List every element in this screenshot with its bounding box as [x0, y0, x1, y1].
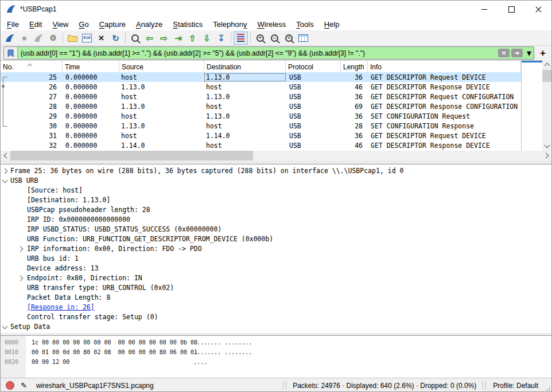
detail-line-10[interactable]: Device address: 13: [1, 264, 551, 273]
close-button[interactable]: [525, 1, 551, 18]
column-header-time[interactable]: Time: [63, 61, 119, 72]
restart-capture-button[interactable]: [32, 32, 46, 45]
zoom-out-button[interactable]: −: [267, 32, 282, 45]
expanded-icon[interactable]: [2, 324, 8, 330]
packet-row-27[interactable]: 270.000000host1.13.0USB36GET DESCRIPTOR …: [1, 92, 521, 101]
menu-edit[interactable]: Edit: [24, 19, 47, 30]
expert-info-icon[interactable]: [6, 381, 14, 390]
detail-line-14[interactable]: [Response in: 26]: [1, 303, 551, 312]
hex-ascii[interactable]: ....: [193, 357, 207, 367]
filter-bookmark-button[interactable]: [4, 47, 18, 59]
packet-row-28[interactable]: 280.0000001.13.0hostUSB69GET DESCRIPTOR …: [1, 101, 521, 111]
column-header-info[interactable]: Info: [368, 61, 521, 72]
menu-tools[interactable]: Tools: [291, 19, 318, 30]
column-header-source[interactable]: Source: [119, 61, 204, 72]
scroll-down-icon[interactable]: [542, 142, 552, 151]
go-back-button[interactable]: ⇦: [142, 32, 157, 45]
collapsed-icon[interactable]: [2, 168, 8, 174]
hex-bytes[interactable]: 1c 00 00 00 00 00 00 00 00 00 00 00 00 0…: [32, 338, 197, 347]
start-capture-button[interactable]: [3, 32, 17, 45]
add-filter-button[interactable]: +: [537, 47, 549, 59]
hex-bytes[interactable]: 00 00 12 00: [32, 357, 69, 367]
menu-view[interactable]: View: [47, 19, 73, 30]
response-in-link[interactable]: [Response in: 26]: [27, 303, 95, 312]
scroll-left-icon[interactable]: [1, 151, 10, 160]
close-file-button[interactable]: ✕: [94, 32, 108, 45]
packet-list-vertical-scrollbar[interactable]: [542, 60, 552, 151]
column-header-length[interactable]: Length: [341, 61, 368, 72]
detail-line-4[interactable]: USBPcap pseudoheader length: 28: [1, 205, 551, 215]
open-file-button[interactable]: [65, 32, 80, 45]
scroll-up-icon[interactable]: [542, 60, 552, 69]
packet-list-horizontal-scrollbar[interactable]: [1, 151, 551, 160]
minimize-button[interactable]: [471, 1, 497, 18]
menu-file[interactable]: File: [2, 19, 24, 30]
auto-scroll-button[interactable]: ↧: [214, 32, 228, 45]
capture-options-button[interactable]: ⚙: [46, 32, 60, 45]
packet-bytes-pane[interactable]: 00001c 00 00 00 00 00 00 00 00 00 00 00 …: [1, 335, 551, 378]
detail-line-16[interactable]: Setup Data: [1, 322, 551, 332]
detail-line-8[interactable]: IRP information: 0x00, Direction: FDO ->…: [1, 244, 551, 254]
hex-row-0010[interactable]: 001000 01 00 0d 00 80 02 08 00 00 00 00 …: [1, 347, 551, 357]
clear-filter-button[interactable]: ✕: [498, 49, 510, 57]
expanded-icon[interactable]: [2, 178, 8, 183]
column-header-destination[interactable]: Destination: [204, 61, 286, 72]
apply-filter-button[interactable]: ➜: [511, 49, 523, 57]
display-filter-input[interactable]: [18, 49, 498, 57]
go-to-first-button[interactable]: ⇧: [185, 32, 200, 45]
detail-line-2[interactable]: [Source: host]: [1, 186, 551, 195]
hex-row-0020[interactable]: 002000 00 12 00....: [1, 357, 551, 367]
detail-line-9[interactable]: URB bus id: 1: [1, 254, 551, 264]
resize-columns-button[interactable]: [296, 32, 310, 45]
maximize-button[interactable]: [498, 1, 524, 18]
zoom-in-button[interactable]: +: [253, 32, 267, 45]
packet-row-25[interactable]: 250.000000host1.13.0USB36GET DESCRIPTOR …: [1, 72, 521, 82]
menu-wireless[interactable]: Wireless: [252, 19, 291, 30]
profile-selector[interactable]: Profile: Default: [493, 382, 538, 390]
go-forward-button[interactable]: ⇨: [157, 32, 171, 45]
detail-line-12[interactable]: URB transfer type: URB_CONTROL (0x02): [1, 283, 551, 293]
detail-line-0[interactable]: Frame 25: 36 bytes on wire (288 bits), 3…: [1, 166, 551, 176]
packet-row-29[interactable]: 290.000000host1.13.0USB36SET CONFIGURATI…: [1, 111, 521, 121]
detail-line-11[interactable]: Endpoint: 0x80, Direction: IN: [1, 273, 551, 283]
vertical-scrollbar-thumb[interactable]: [542, 70, 552, 82]
menu-capture[interactable]: Capture: [94, 19, 131, 30]
hex-ascii[interactable]: ........ ........: [193, 338, 252, 347]
packet-row-32[interactable]: 320.0000001.14.0hostUSB46GET DESCRIPTOR …: [1, 140, 521, 150]
filter-dropdown-button[interactable]: ▾: [524, 48, 534, 58]
resize-grip[interactable]: [544, 387, 550, 392]
menu-telephony[interactable]: Telephony: [208, 19, 252, 30]
stop-capture-button[interactable]: ■: [17, 32, 32, 45]
packet-row-26[interactable]: 260.0000001.13.0hostUSB46GET DESCRIPTOR …: [1, 82, 521, 92]
packet-row-31[interactable]: 310.000000host1.14.0USB36GET DESCRIPTOR …: [1, 131, 521, 140]
detail-line-15[interactable]: Control transfer stage: Setup (0): [1, 312, 551, 322]
menu-go[interactable]: Go: [73, 19, 94, 30]
hex-row-0000[interactable]: 00001c 00 00 00 00 00 00 00 00 00 00 00 …: [1, 338, 551, 347]
hex-bytes[interactable]: 00 01 00 0d 00 80 02 08 00 00 00 00 80 0…: [32, 347, 197, 357]
collapsed-icon[interactable]: [18, 246, 24, 252]
detail-line-5[interactable]: IRP ID: 0x0000000000000000: [1, 215, 551, 225]
packet-list-minimap[interactable]: [521, 60, 542, 151]
menu-help[interactable]: Help: [319, 19, 345, 30]
colorize-packets-button[interactable]: [234, 32, 248, 45]
detail-line-3[interactable]: [Destination: 1.13.0]: [1, 195, 551, 205]
detail-line-6[interactable]: IRP USBD_STATUS: USBD_STATUS_SUCCESS (0x…: [1, 225, 551, 234]
capture-comment-icon[interactable]: ✎: [21, 381, 27, 390]
save-file-button[interactable]: 010: [80, 32, 94, 45]
find-packet-button[interactable]: [128, 32, 142, 45]
go-to-packet-button[interactable]: ⇥: [171, 32, 185, 45]
menu-statistics[interactable]: Statistics: [168, 19, 208, 30]
menu-analyze[interactable]: Analyze: [131, 19, 168, 30]
column-header-protocol[interactable]: Protocol: [286, 61, 341, 72]
horizontal-scrollbar-thumb[interactable]: [10, 151, 253, 160]
scroll-right-icon[interactable]: [542, 151, 551, 160]
detail-line-1[interactable]: USB URB: [1, 176, 551, 186]
collapsed-icon[interactable]: [18, 276, 24, 281]
go-to-last-button[interactable]: ⇩: [200, 32, 214, 45]
detail-line-7[interactable]: URB Function: URB_FUNCTION_GET_DESCRIPTO…: [1, 234, 551, 244]
zoom-reset-button[interactable]: =: [282, 32, 296, 45]
reload-file-button[interactable]: ↻: [108, 32, 123, 45]
detail-line-13[interactable]: Packet Data Length: 8: [1, 293, 551, 303]
hex-ascii[interactable]: ........ ........: [193, 347, 252, 357]
packet-row-30[interactable]: 300.0000001.13.0hostUSB28SET CONFIGURATI…: [1, 121, 521, 131]
